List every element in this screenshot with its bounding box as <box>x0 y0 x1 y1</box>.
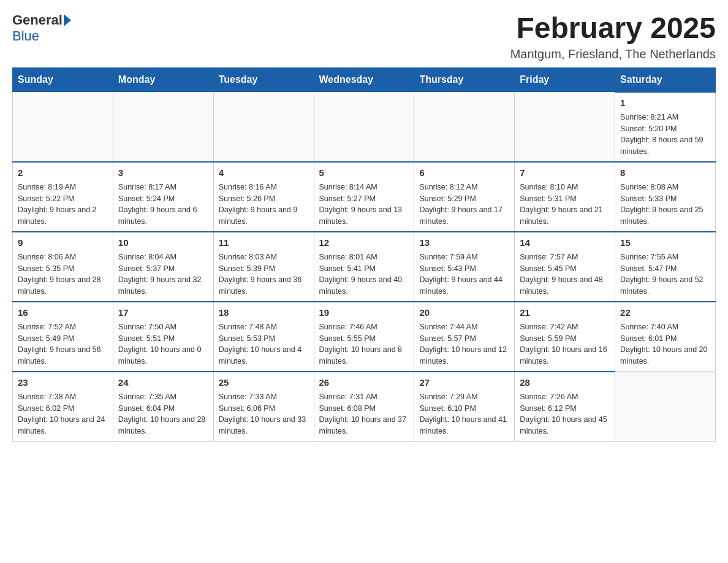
location-title: Mantgum, Friesland, The Netherlands <box>510 47 716 61</box>
calendar-cell: 28Sunrise: 7:26 AMSunset: 6:12 PMDayligh… <box>515 372 615 442</box>
day-info: Sunrise: 8:12 AMSunset: 5:29 PMDaylight:… <box>419 182 509 228</box>
calendar-cell: 7Sunrise: 8:10 AMSunset: 5:31 PMDaylight… <box>515 162 615 232</box>
day-number: 28 <box>520 376 610 389</box>
day-number: 11 <box>219 236 309 249</box>
calendar-cell: 9Sunrise: 8:06 AMSunset: 5:35 PMDaylight… <box>13 232 113 302</box>
day-number: 6 <box>419 166 509 179</box>
weekday-header-monday: Monday <box>113 67 213 92</box>
day-number: 3 <box>118 166 208 179</box>
day-info: Sunrise: 7:48 AMSunset: 5:53 PMDaylight:… <box>219 321 309 367</box>
day-number: 4 <box>219 166 309 179</box>
day-number: 17 <box>118 306 208 319</box>
calendar-cell: 11Sunrise: 8:03 AMSunset: 5:39 PMDayligh… <box>213 232 314 302</box>
day-number: 18 <box>219 306 309 319</box>
day-number: 14 <box>520 236 610 249</box>
day-info: Sunrise: 7:46 AMSunset: 5:55 PMDaylight:… <box>319 321 409 367</box>
day-info: Sunrise: 7:44 AMSunset: 5:57 PMDaylight:… <box>419 321 509 367</box>
day-number: 25 <box>219 376 309 389</box>
day-info: Sunrise: 7:57 AMSunset: 5:45 PMDaylight:… <box>520 251 610 297</box>
calendar-cell: 8Sunrise: 8:08 AMSunset: 5:33 PMDaylight… <box>615 162 716 232</box>
weekday-header-wednesday: Wednesday <box>314 67 414 92</box>
calendar-week-5: 23Sunrise: 7:38 AMSunset: 6:02 PMDayligh… <box>13 372 716 442</box>
calendar-cell: 18Sunrise: 7:48 AMSunset: 5:53 PMDayligh… <box>213 302 314 372</box>
calendar-cell: 20Sunrise: 7:44 AMSunset: 5:57 PMDayligh… <box>414 302 515 372</box>
day-info: Sunrise: 8:06 AMSunset: 5:35 PMDaylight:… <box>18 251 108 297</box>
day-number: 9 <box>18 236 108 249</box>
day-info: Sunrise: 7:55 AMSunset: 5:47 PMDaylight:… <box>620 251 710 297</box>
calendar-cell: 3Sunrise: 8:17 AMSunset: 5:24 PMDaylight… <box>113 162 213 232</box>
day-info: Sunrise: 8:19 AMSunset: 5:22 PMDaylight:… <box>18 182 108 228</box>
calendar-cell: 27Sunrise: 7:29 AMSunset: 6:10 PMDayligh… <box>414 372 515 442</box>
calendar-cell: 23Sunrise: 7:38 AMSunset: 6:02 PMDayligh… <box>13 372 113 442</box>
day-number: 22 <box>620 306 710 319</box>
day-info: Sunrise: 7:29 AMSunset: 6:10 PMDaylight:… <box>419 391 509 437</box>
day-info: Sunrise: 8:08 AMSunset: 5:33 PMDaylight:… <box>620 182 710 228</box>
logo-general-text: General <box>12 12 63 28</box>
weekday-header-thursday: Thursday <box>414 67 515 92</box>
day-number: 2 <box>18 166 108 179</box>
day-number: 20 <box>419 306 509 319</box>
calendar-cell: 5Sunrise: 8:14 AMSunset: 5:27 PMDaylight… <box>314 162 414 232</box>
day-info: Sunrise: 7:40 AMSunset: 6:01 PMDaylight:… <box>620 321 710 367</box>
calendar-cell: 16Sunrise: 7:52 AMSunset: 5:49 PMDayligh… <box>13 302 113 372</box>
day-number: 10 <box>118 236 208 249</box>
calendar-cell: 4Sunrise: 8:16 AMSunset: 5:26 PMDaylight… <box>213 162 314 232</box>
weekday-header-friday: Friday <box>515 67 615 92</box>
day-info: Sunrise: 8:03 AMSunset: 5:39 PMDaylight:… <box>219 251 309 297</box>
calendar-cell: 22Sunrise: 7:40 AMSunset: 6:01 PMDayligh… <box>615 302 716 372</box>
calendar-week-1: 1Sunrise: 8:21 AMSunset: 5:20 PMDaylight… <box>13 92 716 162</box>
weekday-header-saturday: Saturday <box>615 67 716 92</box>
month-title: February 2025 <box>510 12 716 45</box>
day-number: 21 <box>520 306 610 319</box>
day-info: Sunrise: 8:21 AMSunset: 5:20 PMDaylight:… <box>620 112 710 158</box>
day-info: Sunrise: 7:33 AMSunset: 6:06 PMDaylight:… <box>219 391 309 437</box>
day-number: 5 <box>319 166 409 179</box>
weekday-header-tuesday: Tuesday <box>213 67 314 92</box>
calendar-cell: 6Sunrise: 8:12 AMSunset: 5:29 PMDaylight… <box>414 162 515 232</box>
day-info: Sunrise: 7:38 AMSunset: 6:02 PMDaylight:… <box>18 391 108 437</box>
calendar-body: 1Sunrise: 8:21 AMSunset: 5:20 PMDaylight… <box>13 92 716 442</box>
day-info: Sunrise: 8:04 AMSunset: 5:37 PMDaylight:… <box>118 251 208 297</box>
calendar-cell <box>615 372 716 442</box>
title-block: February 2025 Mantgum, Friesland, The Ne… <box>510 12 716 61</box>
calendar-week-4: 16Sunrise: 7:52 AMSunset: 5:49 PMDayligh… <box>13 302 716 372</box>
day-info: Sunrise: 8:17 AMSunset: 5:24 PMDaylight:… <box>118 182 208 228</box>
page-header: General Blue February 2025 Mantgum, Frie… <box>12 12 716 61</box>
day-number: 15 <box>620 236 710 249</box>
calendar-cell: 2Sunrise: 8:19 AMSunset: 5:22 PMDaylight… <box>13 162 113 232</box>
day-number: 13 <box>419 236 509 249</box>
day-info: Sunrise: 8:14 AMSunset: 5:27 PMDaylight:… <box>319 182 409 228</box>
day-info: Sunrise: 7:59 AMSunset: 5:43 PMDaylight:… <box>419 251 509 297</box>
calendar-cell: 21Sunrise: 7:42 AMSunset: 5:59 PMDayligh… <box>515 302 615 372</box>
calendar-table: SundayMondayTuesdayWednesdayThursdayFrid… <box>12 67 716 442</box>
day-info: Sunrise: 7:52 AMSunset: 5:49 PMDaylight:… <box>18 321 108 367</box>
day-info: Sunrise: 7:42 AMSunset: 5:59 PMDaylight:… <box>520 321 610 367</box>
calendar-cell: 13Sunrise: 7:59 AMSunset: 5:43 PMDayligh… <box>414 232 515 302</box>
day-number: 7 <box>520 166 610 179</box>
calendar-cell: 14Sunrise: 7:57 AMSunset: 5:45 PMDayligh… <box>515 232 615 302</box>
calendar-cell: 24Sunrise: 7:35 AMSunset: 6:04 PMDayligh… <box>113 372 213 442</box>
calendar-week-2: 2Sunrise: 8:19 AMSunset: 5:22 PMDaylight… <box>13 162 716 232</box>
calendar-cell: 17Sunrise: 7:50 AMSunset: 5:51 PMDayligh… <box>113 302 213 372</box>
day-number: 26 <box>319 376 409 389</box>
calendar-cell: 12Sunrise: 8:01 AMSunset: 5:41 PMDayligh… <box>314 232 414 302</box>
day-info: Sunrise: 7:50 AMSunset: 5:51 PMDaylight:… <box>118 321 208 367</box>
day-info: Sunrise: 8:16 AMSunset: 5:26 PMDaylight:… <box>219 182 309 228</box>
day-number: 24 <box>118 376 208 389</box>
day-number: 8 <box>620 166 710 179</box>
calendar-cell: 26Sunrise: 7:31 AMSunset: 6:08 PMDayligh… <box>314 372 414 442</box>
calendar-cell <box>113 92 213 162</box>
calendar-cell <box>515 92 615 162</box>
logo: General Blue <box>12 12 72 44</box>
calendar-header: SundayMondayTuesdayWednesdayThursdayFrid… <box>13 67 716 92</box>
calendar-cell <box>13 92 113 162</box>
day-number: 12 <box>319 236 409 249</box>
calendar-cell: 1Sunrise: 8:21 AMSunset: 5:20 PMDaylight… <box>615 92 716 162</box>
day-info: Sunrise: 8:01 AMSunset: 5:41 PMDaylight:… <box>319 251 409 297</box>
day-number: 19 <box>319 306 409 319</box>
weekday-header-row: SundayMondayTuesdayWednesdayThursdayFrid… <box>13 67 716 92</box>
calendar-cell: 15Sunrise: 7:55 AMSunset: 5:47 PMDayligh… <box>615 232 716 302</box>
logo-blue-text: Blue <box>12 28 39 44</box>
calendar-cell <box>414 92 515 162</box>
logo-arrow-icon <box>64 14 71 26</box>
